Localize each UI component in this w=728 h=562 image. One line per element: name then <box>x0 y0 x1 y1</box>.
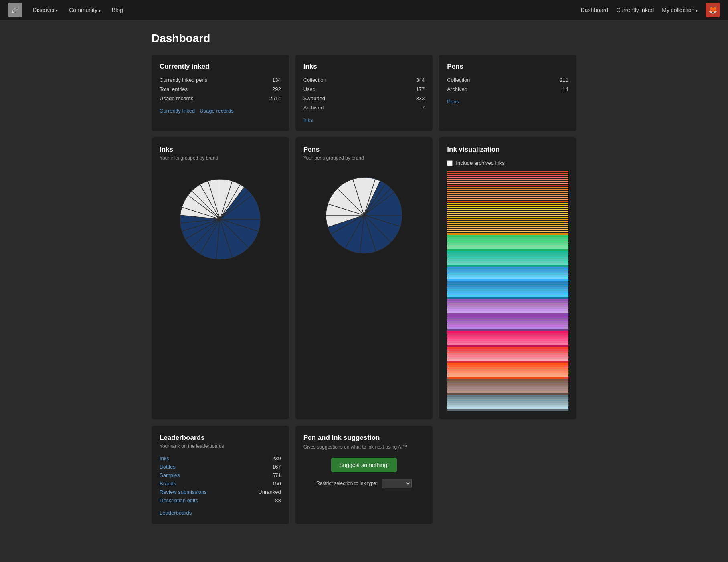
leaderboard-link-inks[interactable]: Inks <box>160 455 169 461</box>
leaderboard-row-brands: Brands 150 <box>160 481 281 487</box>
ink-color-bar <box>447 397 568 399</box>
currently-inked-links: Currently Inked Usage records <box>160 108 281 114</box>
ink-color-bar <box>447 279 568 281</box>
ink-color-bar <box>447 345 568 347</box>
ink-color-bar <box>447 207 568 208</box>
restrict-row: Restrict selection to ink type: Bottle S… <box>303 479 425 488</box>
ink-color-bar <box>447 319 568 321</box>
ink-color-bar <box>447 239 568 241</box>
leaderboard-value-brands: 150 <box>272 481 281 487</box>
ink-color-bar <box>447 365 568 367</box>
leaderboard-value-review: Unranked <box>258 489 281 495</box>
ink-color-bar <box>447 393 568 395</box>
stat-inks-swabbed-label: Swabbed <box>303 95 325 101</box>
leaderboard-link-samples[interactable]: Samples <box>160 472 180 478</box>
ink-color-bar <box>447 329 568 331</box>
ink-color-bar <box>447 299 568 301</box>
ink-color-bar <box>447 383 568 385</box>
ink-visualization-bars <box>447 171 568 411</box>
inks-chart-card: Inks Your inks grouped by brand <box>152 137 289 419</box>
nav-my-collection[interactable]: My collection <box>662 7 698 13</box>
ink-color-bar <box>447 323 568 325</box>
navbar: 🖊 Discover Community Blog Dashboard Curr… <box>0 0 728 20</box>
suggestion-subtitle: Gives suggestions on what to ink next us… <box>303 444 425 450</box>
nav-currently-inked[interactable]: Currently inked <box>616 7 654 13</box>
ink-color-bar <box>447 191 568 192</box>
leaderboard-row-desc-edits: Description edits 88 <box>160 497 281 503</box>
ink-color-bar <box>447 243 568 245</box>
inks-pie-chart <box>176 175 264 263</box>
stat-inks-used-value: 177 <box>416 86 425 92</box>
stat-total-entries-label: Total entries <box>160 86 188 92</box>
ink-color-bar <box>447 179 568 180</box>
ink-color-bar <box>447 237 568 239</box>
ink-color-bar <box>447 275 568 277</box>
leaderboard-link-brands[interactable]: Brands <box>160 481 176 487</box>
ink-color-bar <box>447 353 568 355</box>
ink-color-bar <box>447 269 568 271</box>
nav-blog[interactable]: Blog <box>109 5 125 15</box>
ink-color-bar <box>447 363 568 365</box>
stat-inks-archived-label: Archived <box>303 105 324 111</box>
leaderboard-link-desc-edits[interactable]: Description edits <box>160 497 198 503</box>
ink-color-bar <box>447 309 568 311</box>
ink-color-bar <box>447 221 568 222</box>
ink-color-bar <box>447 253 568 255</box>
nav-dashboard[interactable]: Dashboard <box>581 7 609 13</box>
ink-color-bar <box>447 225 568 226</box>
ink-color-bar <box>447 349 568 351</box>
stat-inks-swabbed: Swabbed 333 <box>303 95 425 101</box>
ink-color-bar <box>447 339 568 341</box>
ink-color-bar <box>447 201 568 202</box>
stat-inks-collection: Collection 344 <box>303 77 425 83</box>
ink-color-bar <box>447 219 568 220</box>
bottom-grid: Leaderboards Your rank on the leaderboar… <box>152 426 576 524</box>
pens-card-title: Pens <box>447 63 568 71</box>
suggest-button[interactable]: Suggest something! <box>331 458 397 472</box>
ink-color-bar <box>447 185 568 186</box>
stat-inks-swabbed-value: 333 <box>416 95 425 101</box>
nav-community[interactable]: Community <box>67 5 103 15</box>
ink-color-bar <box>447 293 568 295</box>
ink-color-bar <box>447 259 568 261</box>
ink-color-bar <box>447 193 568 194</box>
nav-discover[interactable]: Discover <box>30 5 60 15</box>
ink-color-bar <box>447 229 568 230</box>
link-inks[interactable]: Inks <box>303 117 425 123</box>
ink-color-bar <box>447 407 568 409</box>
ink-color-bar <box>447 245 568 247</box>
ink-color-bar <box>447 347 568 349</box>
stat-usage-records-label: Usage records <box>160 95 194 101</box>
link-currently-inked[interactable]: Currently Inked <box>160 108 195 114</box>
link-leaderboards[interactable]: Leaderboards <box>160 510 281 516</box>
main-content: Dashboard Currently inked Currently inke… <box>144 20 584 548</box>
ink-color-bar <box>447 335 568 337</box>
currently-inked-title: Currently inked <box>160 63 281 71</box>
ink-color-bar <box>447 265 568 267</box>
leaderboards-subtitle: Your rank on the leaderboards <box>160 443 281 449</box>
leaderboard-link-bottles[interactable]: Bottles <box>160 464 176 470</box>
stat-inks-used-label: Used <box>303 86 315 92</box>
stat-pens-archived: Archived 14 <box>447 86 568 92</box>
ink-color-bar <box>447 235 568 237</box>
ink-color-bar <box>447 217 568 218</box>
link-pens[interactable]: Pens <box>447 99 568 105</box>
include-archived-checkbox[interactable] <box>447 160 453 166</box>
leaderboard-link-review[interactable]: Review submissions <box>160 489 207 495</box>
navbar-right: Dashboard Currently inked My collection … <box>581 3 720 17</box>
link-usage-records[interactable]: Usage records <box>200 108 234 114</box>
ink-color-bar <box>447 405 568 407</box>
user-avatar[interactable]: 🦊 <box>706 3 720 17</box>
logo-icon[interactable]: 🖊 <box>8 3 22 17</box>
leaderboard-value-desc-edits: 88 <box>275 497 281 503</box>
leaderboard-row-bottles: Bottles 167 <box>160 464 281 470</box>
ink-color-bar <box>447 315 568 317</box>
pens-chart-subtitle: Your pens grouped by brand <box>303 155 425 161</box>
ink-color-bar <box>447 333 568 335</box>
ink-color-bar <box>447 267 568 269</box>
ink-color-bar <box>447 331 568 333</box>
inks-card-title: Inks <box>303 63 425 71</box>
leaderboard-value-samples: 571 <box>272 472 281 478</box>
ink-type-select[interactable]: Bottle Sample <box>382 479 412 488</box>
ink-color-bar <box>447 247 568 249</box>
